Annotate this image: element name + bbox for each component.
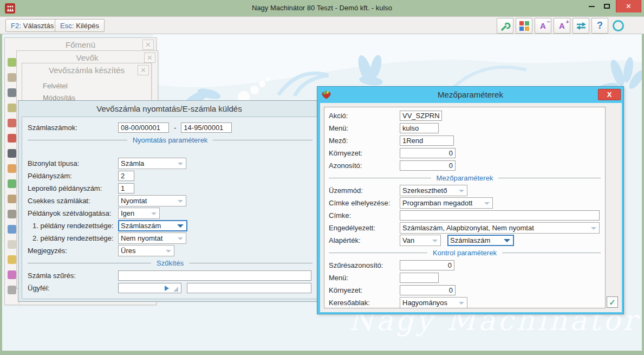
menu-icon-13[interactable] (8, 240, 16, 249)
menu-icon-16[interactable] (8, 286, 16, 294)
alapertek-van-select[interactable]: Van (400, 235, 441, 246)
csekkes-szamlakat-select[interactable]: Nyomtat (118, 195, 186, 206)
menu-2-input[interactable] (400, 273, 439, 283)
f2-select-button[interactable]: F2: Választás (5, 19, 59, 32)
menu-icon-4[interactable] (8, 104, 16, 112)
szuresazonosito-input[interactable] (400, 260, 454, 270)
help-button[interactable]: ? (591, 18, 608, 34)
dialog-vevoszamla-nyomtatas: Vevőszámla nyomtatás/E-számla küldés Szá… (18, 100, 321, 302)
chevron-down-icon (459, 302, 464, 305)
alapertek-ertek-select[interactable]: Számlaszám (447, 235, 514, 246)
csekkes-szamlakat-label: Csekkes számlákat: (28, 197, 118, 205)
cimke-input[interactable] (400, 210, 600, 221)
elso-peldany-rendezettsege-select[interactable]: Számlaszám (118, 220, 187, 231)
keszites-close-button[interactable]: ✕ (138, 65, 149, 75)
row-menu-2: Menü: (329, 272, 601, 284)
menu-icon-5[interactable] (8, 119, 16, 127)
kornyezet-input[interactable] (400, 148, 456, 158)
menu-item-felvetel[interactable]: Felvétel (43, 80, 151, 92)
peldanyszam-input[interactable] (118, 171, 134, 181)
separator-line (28, 140, 127, 140)
megjegyzes-select[interactable]: Üres (118, 245, 174, 256)
record-circle-icon[interactable] (613, 20, 624, 31)
ok-check-button[interactable]: ✓ (607, 296, 618, 308)
menu-input[interactable] (400, 123, 439, 133)
menu-icon-9[interactable] (8, 179, 16, 188)
font-decrease-button[interactable]: A− (535, 18, 551, 34)
section-label-mezoparameterek: Mezőparaméterek (431, 174, 499, 182)
modules-icon (519, 21, 529, 31)
megjegyzes-select-value: Üres (121, 247, 135, 255)
row-leporello-peldanyszam: Leporelló példányszám: (28, 182, 313, 195)
szamlaszamok-to-input[interactable] (181, 122, 232, 133)
menu-icon-2[interactable] (8, 73, 16, 82)
separator-line (329, 253, 427, 253)
peldanyok-szetvalogatasa-select[interactable]: Igen (118, 208, 160, 219)
menu-icon-3[interactable] (8, 88, 16, 97)
ugyfel-code-input[interactable] (118, 283, 181, 293)
menu-icon-15[interactable] (8, 270, 16, 279)
csekkes-szamlakat-select-value: Nyomtat (121, 197, 147, 205)
chevron-down-icon (166, 250, 171, 253)
akcio-input[interactable] (400, 111, 442, 121)
fomenu-close-button[interactable]: ✕ (142, 40, 154, 50)
uzemmod-select[interactable]: Szerkeszthető (400, 185, 467, 196)
row-szamla-szures: Számla szűrés: (28, 269, 313, 282)
alapertek-van-select-value: Van (402, 236, 414, 244)
kornyezet-2-input[interactable] (400, 285, 456, 295)
leporello-peldanyszam-input[interactable] (118, 183, 134, 193)
swap-button[interactable] (573, 18, 589, 34)
ugyfel-name-input[interactable] (187, 283, 311, 293)
menu-icon-14[interactable] (8, 255, 16, 264)
esc-exit-button[interactable]: Esc: Kilépés (55, 19, 105, 32)
peldanyszam-label: Példányszám: (28, 172, 118, 180)
font-increase-button[interactable]: A+ (554, 18, 570, 34)
minimize-button[interactable] (584, 0, 599, 12)
szamlaszamok-range-separator: - (174, 124, 176, 132)
keresoablak-select[interactable]: Hagyományos (400, 297, 467, 308)
chevron-down-icon (178, 200, 183, 203)
menu-icon-6[interactable] (8, 134, 16, 143)
bizonylat-tipusa-select-value: Számla (121, 159, 144, 167)
szamla-szures-input[interactable] (118, 270, 311, 281)
row-kornyezet: Környezet: (329, 147, 601, 159)
f2-key-label: F2: (11, 22, 21, 30)
row-peldanyok-szetvalogatasa: Példányok szétválogatása:Igen (28, 207, 313, 220)
cimke-elhelyezese-select[interactable]: Programban megadott (400, 197, 493, 209)
chevron-down-icon (432, 240, 438, 242)
menu-icon-8[interactable] (8, 164, 16, 173)
masodik-peldany-rendezettsege-select[interactable]: Nem nyomtat (118, 233, 186, 244)
mezo-input[interactable] (400, 135, 454, 146)
chevron-down-icon (459, 190, 464, 192)
font-decrease-icon: A− (540, 22, 546, 30)
azonosito-label: Azonosító: (329, 162, 400, 170)
bizonylat-tipusa-select[interactable]: Számla (118, 158, 186, 169)
menu-icon-10[interactable] (8, 195, 16, 203)
menu-icon-12[interactable] (8, 225, 16, 234)
settings-button[interactable] (497, 18, 513, 34)
bizonylat-tipusa-label: Bizonylat típusa: (28, 159, 118, 167)
row-alapertek-van: Alapérték:VanSzámlaszám (329, 234, 601, 247)
azonosito-input[interactable] (400, 160, 456, 171)
menu-label: Menü: (329, 124, 400, 132)
szamlaszamok-from-input[interactable] (118, 122, 169, 133)
param-dialog-titlebar: Mezőparaméterek X (317, 87, 623, 103)
menu-icon-1[interactable] (8, 58, 16, 67)
engedelyezett-select[interactable]: Számlaszám, Alapbizonylat, Nem nyomtat (400, 222, 600, 234)
esc-label: Kilépés (76, 22, 99, 30)
kornyezet-2-label: Környezet: (329, 286, 400, 294)
masodik-peldany-rendezettsege-label: 2. példány rendezettsége: (28, 234, 118, 242)
menu-icon-7[interactable] (8, 149, 16, 158)
close-button[interactable]: ✕ (616, 0, 641, 12)
separator-line (213, 140, 313, 140)
chevron-down-icon (504, 239, 510, 242)
separator-line (28, 263, 151, 263)
menu-icon-11[interactable] (8, 210, 16, 218)
param-dialog-close-button[interactable]: X (598, 89, 621, 100)
row-uzemmod: Üzemmód:Szerkeszthető (329, 184, 601, 197)
vevok-close-button[interactable]: ✕ (144, 53, 155, 63)
modules-button[interactable] (516, 18, 532, 34)
maximize-button[interactable] (599, 0, 614, 12)
invoice-dialog-title: Vevőszámla nyomtatás/E-számla küldés (18, 101, 320, 117)
alapertek-van-label: Alapérték: (329, 236, 400, 244)
